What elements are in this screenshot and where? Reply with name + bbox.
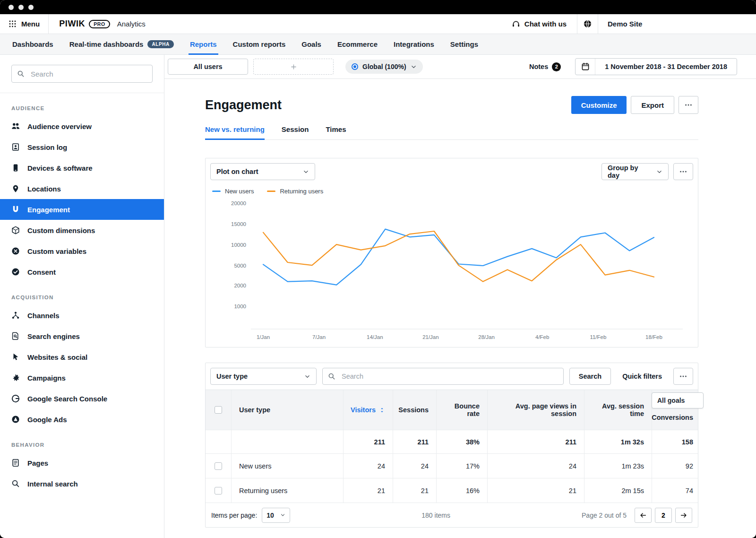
- notes-button[interactable]: Notes 2: [529, 62, 561, 71]
- nav-tab-integrations[interactable]: Integrations: [386, 34, 442, 54]
- chat-with-us-button[interactable]: Chat with us: [501, 14, 577, 34]
- variable-icon: [11, 247, 20, 255]
- sidebar-item-label: Pages: [27, 459, 48, 467]
- scope-selector[interactable]: Global (100%): [345, 60, 423, 74]
- sidebar-item-custom-variables[interactable]: Custom variables: [0, 241, 164, 261]
- svg-text:20000: 20000: [231, 200, 246, 206]
- tab-session[interactable]: Session: [282, 125, 309, 139]
- nav-tab-custom-reports[interactable]: Custom reports: [225, 34, 294, 54]
- chart-more-options-button[interactable]: [673, 163, 693, 180]
- conversions-cell: 74: [652, 478, 698, 503]
- all-goals-label: All goals: [657, 397, 685, 404]
- column-header-bounce-rate[interactable]: Bounce rate: [436, 390, 487, 430]
- calendar-button[interactable]: [576, 59, 595, 75]
- select-all-checkbox[interactable]: [215, 406, 222, 414]
- column-header-user-type[interactable]: User type: [231, 390, 343, 430]
- window-zoom-button[interactable]: [28, 5, 34, 10]
- sidebar-item-websites-social[interactable]: Websites & social: [0, 347, 164, 367]
- legend-label: Returning users: [280, 188, 323, 195]
- avg-page-views-cell: 21: [487, 478, 584, 503]
- sidebar-item-label: Custom variables: [27, 247, 86, 255]
- svg-text:15000: 15000: [231, 221, 246, 227]
- nav-tab-settings[interactable]: Settings: [442, 34, 486, 54]
- window-close-button[interactable]: [9, 5, 14, 10]
- svg-text:4/Feb: 4/Feb: [535, 334, 549, 340]
- quick-filters-label: Quick filters: [622, 373, 662, 380]
- column-header-sessions[interactable]: Sessions: [393, 390, 436, 430]
- all-users-segment-button[interactable]: All users: [168, 59, 248, 75]
- logo-pro-badge: PRO: [89, 20, 110, 28]
- svg-text:1/Jan: 1/Jan: [257, 334, 270, 340]
- next-page-button[interactable]: [675, 508, 692, 523]
- quick-filters-button[interactable]: Quick filters: [617, 373, 668, 380]
- sidebar-item-channels[interactable]: Channels: [0, 305, 164, 326]
- export-button[interactable]: Export: [631, 96, 674, 114]
- column-header-avg-session-time[interactable]: Avg. session time: [584, 390, 652, 430]
- table-card: User type Search Quick filters User type…: [205, 363, 698, 528]
- user-type-cell: New users: [231, 453, 343, 478]
- window-minimize-button[interactable]: [18, 5, 24, 10]
- sidebar-item-google-ads[interactable]: Google Ads: [0, 409, 164, 430]
- visitors-cell: 24: [343, 453, 393, 478]
- site-selector[interactable]: Demo Site: [598, 14, 756, 34]
- avg-session-time-cell: 2m 15s: [584, 478, 652, 503]
- plus-icon: [290, 63, 297, 70]
- column-header-conversions[interactable]: All goalsConversions: [652, 390, 698, 430]
- sidebar-item-locations[interactable]: Locations: [0, 178, 164, 199]
- add-segment-button[interactable]: [253, 59, 334, 75]
- sidebar-item-campaigns[interactable]: Campaigns: [0, 367, 164, 388]
- menu-button[interactable]: Menu: [0, 14, 49, 34]
- group-by-select[interactable]: Group by day: [601, 163, 669, 180]
- table-more-options-button[interactable]: [673, 368, 693, 385]
- row-checkbox[interactable]: [215, 462, 222, 470]
- export-label: Export: [641, 101, 664, 109]
- sidebar-item-session-log[interactable]: Session log: [0, 137, 164, 157]
- date-range-picker[interactable]: 1 November 2018 - 31 December 2018: [575, 58, 737, 75]
- legend-new-users[interactable]: New users: [212, 188, 254, 195]
- all-users-label: All users: [193, 63, 222, 70]
- plot-on-chart-select[interactable]: Plot on chart: [210, 163, 315, 180]
- column-header-avg-page-views[interactable]: Avg. page views in session: [487, 390, 584, 430]
- sidebar-item-devices-software[interactable]: Devices & software: [0, 157, 164, 178]
- prev-page-button[interactable]: [635, 508, 652, 523]
- share-nodes-icon: [11, 311, 20, 320]
- sidebar-item-label: Session log: [27, 143, 67, 151]
- sidebar-item-internal-search[interactable]: Internal search: [0, 473, 164, 494]
- sidebar-item-audience-overview[interactable]: Audience overview: [0, 116, 164, 137]
- nav-tab-dashboards[interactable]: Dashboards: [4, 34, 61, 54]
- chevron-down-icon: [303, 169, 309, 175]
- table-search-input[interactable]: [322, 368, 564, 385]
- nav-tab-real-time-dashboards[interactable]: Real-time dashboardsALPHA: [61, 34, 182, 54]
- nav-tab-ecommerce[interactable]: Ecommerce: [329, 34, 386, 54]
- nav-tab-label: Reports: [190, 40, 217, 48]
- window-titlebar: [0, 0, 756, 14]
- tab-new-vs-returning[interactable]: New vs. returning: [205, 125, 265, 139]
- nav-tab-goals[interactable]: Goals: [293, 34, 329, 54]
- items-per-page-select[interactable]: 10: [262, 508, 290, 523]
- column-header-visitors[interactable]: Visitors: [343, 390, 393, 430]
- svg-text:2000: 2000: [234, 283, 246, 288]
- all-goals-dropdown[interactable]: All goals: [652, 392, 704, 408]
- user-type-table: User typeVisitorsSessionsBounce rateAvg.…: [206, 390, 698, 503]
- globe-button[interactable]: [577, 14, 598, 34]
- nav-tab-reports[interactable]: Reports: [182, 34, 225, 54]
- legend-returning-users[interactable]: Returning users: [267, 188, 323, 195]
- more-options-button[interactable]: [679, 96, 698, 114]
- app-window: Menu PIWIK PRO Analytics Chat with us De…: [0, 0, 756, 538]
- sidebar-item-pages[interactable]: Pages: [0, 452, 164, 473]
- row-checkbox[interactable]: [215, 487, 222, 495]
- sidebar-item-label: Consent: [27, 268, 56, 276]
- tab-times[interactable]: Times: [326, 125, 346, 139]
- dimension-select[interactable]: User type: [210, 368, 317, 385]
- pages-icon: [11, 459, 20, 467]
- sidebar-item-consent[interactable]: Consent: [0, 261, 164, 282]
- customize-button[interactable]: Customize: [571, 96, 627, 114]
- sidebar-item-custom-dimensions[interactable]: Custom dimensions: [0, 220, 164, 241]
- sidebar-item-engagement[interactable]: Engagement: [0, 199, 164, 220]
- search-button-label: Search: [579, 373, 601, 380]
- sidebar-item-search-engines[interactable]: Search engines: [0, 326, 164, 347]
- sidebar-search-input[interactable]: [11, 65, 153, 83]
- page-number-input[interactable]: [655, 508, 672, 523]
- sidebar-item-google-search-console[interactable]: Google Search Console: [0, 388, 164, 409]
- table-search-button[interactable]: Search: [569, 368, 611, 385]
